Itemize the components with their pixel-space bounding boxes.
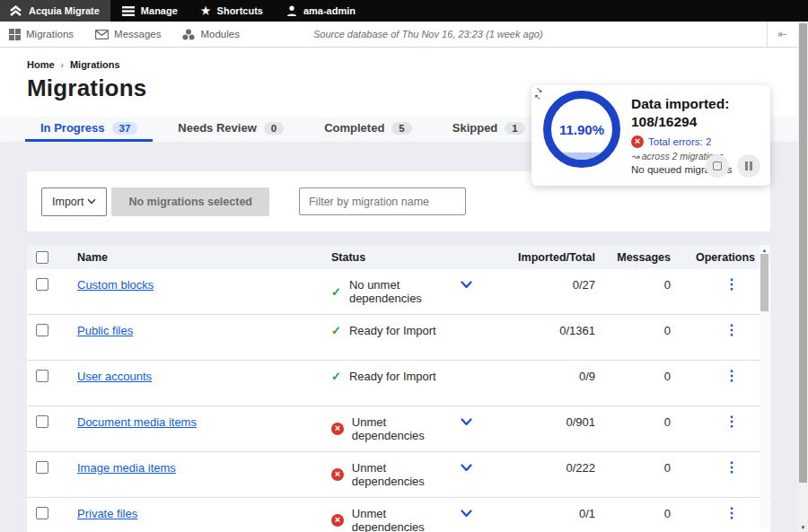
table-row: Public files✓Ready for Import0/13610⋮ [27, 315, 770, 361]
row-operations-kebab-icon[interactable]: ⋮ [725, 461, 739, 474]
row-select-checkbox[interactable] [36, 507, 48, 519]
pause-import-button[interactable] [737, 154, 760, 178]
total-errors-row[interactable]: × Total errors: 2 [631, 135, 764, 148]
migration-name-link[interactable]: Image media items [77, 461, 176, 475]
acquia-migrate-brand[interactable]: Acquia Migrate [0, 0, 110, 22]
imported-total-value: 0/9 [487, 370, 595, 383]
star-icon: ★ [201, 5, 211, 16]
stop-import-button[interactable] [706, 154, 729, 178]
progress-ring: 11.90% [543, 91, 620, 168]
progress-percentage: 11.90% [559, 122, 604, 137]
toolbar-modules[interactable]: Modules [171, 29, 250, 40]
source-database-note: Source database of Thu Nov 16, 23:23 (1 … [313, 29, 543, 39]
tab-completed[interactable]: Completed5 [309, 117, 427, 142]
row-operations-kebab-icon[interactable]: ⋮ [725, 324, 739, 336]
row-select-checkbox[interactable] [36, 324, 48, 336]
migration-filter-input[interactable] [299, 188, 466, 215]
import-status-card: ↘↖ 11.90% Data imported: 108/16294 × Tot… [531, 85, 770, 186]
total-errors-link[interactable]: Total errors: 2 [648, 136, 711, 147]
expand-chevron-icon[interactable] [461, 510, 472, 518]
migration-name-link[interactable]: Document media items [77, 415, 197, 429]
tab-skipped[interactable]: Skipped1 [437, 117, 540, 142]
imported-total-value: 0/1361 [487, 324, 595, 337]
header-imported-total: Imported/Total [487, 251, 595, 264]
row-select-checkbox[interactable] [36, 278, 48, 291]
header-name: Name [77, 251, 331, 264]
pause-icon [745, 161, 752, 170]
migration-name-link[interactable]: Custom blocks [77, 278, 154, 292]
select-all-checkbox[interactable] [36, 251, 48, 264]
hamburger-icon [122, 6, 135, 16]
row-operations-kebab-icon[interactable]: ⋮ [725, 507, 739, 519]
status-card-controls [706, 154, 760, 178]
page-scrollbar-thumb[interactable] [799, 23, 807, 483]
module-toolbar: Migrations Messages Modules Source datab… [0, 22, 808, 48]
breadcrumb-home-link[interactable]: Home [27, 59, 55, 70]
status-ok-icon: ✓ [331, 324, 341, 337]
user-icon [286, 5, 297, 16]
messages-label: Messages [114, 29, 161, 39]
header-operations: Operations [671, 251, 755, 264]
breadcrumb: Home › Migrations [27, 59, 808, 70]
toolbar-migrations[interactable]: Migrations [0, 29, 84, 40]
row-select-checkbox[interactable] [36, 415, 48, 428]
import-dropdown-button[interactable]: Import [41, 188, 107, 216]
page-scrollbar[interactable]: ▼ [798, 22, 808, 532]
brand-label: Acquia Migrate [29, 5, 100, 16]
chevron-down-icon [87, 198, 96, 205]
tab-in-progress[interactable]: In Progress37 [25, 117, 153, 142]
status-text: Ready for Import [349, 324, 436, 337]
tab-label: Skipped [452, 121, 498, 135]
tab-needs-review[interactable]: Needs Review0 [162, 117, 299, 142]
expand-chevron-icon[interactable] [461, 418, 472, 426]
admin-bar-shortcuts[interactable]: ★ Shortcuts [189, 0, 275, 22]
row-select-checkbox[interactable] [36, 370, 48, 382]
progress-ring-fill [551, 153, 612, 160]
manage-label: Manage [141, 5, 178, 16]
toolbar-collapse-button[interactable]: ⇤ [767, 22, 797, 47]
status-ok-icon: ✓ [331, 285, 341, 299]
row-operations-kebab-icon[interactable]: ⋮ [725, 370, 739, 382]
status-error-icon: × [331, 514, 344, 527]
username-label: ama-admin [303, 5, 356, 16]
scroll-down-arrow-icon[interactable]: ▼ [798, 525, 808, 530]
imported-total-value: 0/222 [487, 461, 595, 475]
admin-bar-user[interactable]: ama-admin [275, 0, 367, 22]
breadcrumb-separator: › [61, 60, 64, 70]
toolbar-messages[interactable]: Messages [84, 29, 171, 39]
table-scrollbar-thumb[interactable] [760, 254, 768, 311]
row-operations-kebab-icon[interactable]: ⋮ [725, 278, 739, 291]
header-messages: Messages [595, 251, 671, 264]
content-area: Import No migrations selected Name Statu… [0, 142, 808, 532]
admin-bar-manage[interactable]: Manage [110, 0, 189, 22]
tab-count-badge: 37 [112, 122, 138, 135]
imported-total-value: 0/27 [487, 278, 595, 292]
migration-name-link[interactable]: Private files [77, 507, 137, 520]
messages-count: 0 [595, 370, 671, 383]
admin-bar: Acquia Migrate Manage ★ Shortcuts ama-ad… [0, 0, 808, 22]
row-select-checkbox[interactable] [36, 461, 48, 474]
envelope-icon [95, 30, 109, 39]
status-text: Unmet dependencies [352, 461, 461, 488]
grid-icon [9, 29, 21, 40]
expand-chevron-icon[interactable] [461, 464, 472, 472]
status-text: Unmet dependencies [352, 415, 461, 442]
tab-label: Completed [324, 121, 384, 135]
modules-label: Modules [200, 29, 239, 39]
resize-handle-icon[interactable]: ↘↖ [536, 86, 543, 100]
breadcrumb-current-link[interactable]: Migrations [70, 59, 120, 70]
no-migrations-selected-button[interactable]: No migrations selected [111, 188, 269, 216]
status-text: Ready for Import [349, 370, 436, 383]
table-scrollbar[interactable]: ▲ [760, 246, 769, 528]
table-row: Document media items×Unmet dependencies0… [27, 406, 770, 452]
error-icon: × [631, 135, 644, 148]
status-error-icon: × [331, 468, 344, 481]
table-header-row: Name Status Imported/Total Messages Oper… [27, 245, 770, 269]
migration-name-link[interactable]: Public files [77, 324, 133, 337]
migrations-table: Name Status Imported/Total Messages Oper… [27, 245, 770, 532]
expand-chevron-icon[interactable] [461, 281, 472, 289]
migration-name-link[interactable]: User accounts [77, 370, 152, 383]
table-row: User accounts✓Ready for Import0/90⋮ [27, 361, 770, 406]
row-operations-kebab-icon[interactable]: ⋮ [725, 415, 739, 428]
imported-total-value: 0/901 [487, 415, 595, 429]
